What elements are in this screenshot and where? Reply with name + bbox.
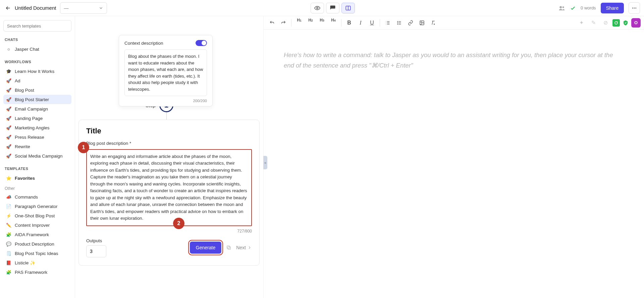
svg-point-16 <box>397 21 398 22</box>
svg-point-7 <box>635 7 636 8</box>
favorites-item[interactable]: ⭐ Favorites <box>3 173 71 183</box>
grammarly-icon[interactable] <box>612 19 620 27</box>
clear-format-button[interactable] <box>428 18 438 28</box>
h3-button[interactable]: H3 <box>317 18 327 28</box>
callout-1: 1 <box>78 142 89 153</box>
chat-icon <box>330 5 336 11</box>
sidebar-item-label: Ad <box>15 78 20 83</box>
user-avatar[interactable]: O <box>631 18 641 28</box>
sidebar-item[interactable]: 🚀Blog Post <box>3 85 71 95</box>
eye-icon <box>314 5 320 11</box>
rocket-icon: 🚀 <box>6 153 11 159</box>
checkmark-icon <box>570 5 576 11</box>
rocket-icon: 🎓 <box>6 69 11 74</box>
sidebar-item[interactable]: 🗒️Blog Post Topic Ideas <box>3 249 71 258</box>
bold-button[interactable]: B <box>344 18 354 28</box>
collaborators-icon[interactable] <box>558 5 565 11</box>
editor-body[interactable]: « Here's how to write a command: talk to… <box>264 30 644 298</box>
copy-icon[interactable] <box>226 245 231 250</box>
sidebar-item[interactable]: 🧩AIDA Framework <box>3 230 71 239</box>
ordered-list-icon <box>385 20 390 26</box>
section-templates: TEMPLATES <box>5 167 71 171</box>
title-heading: Title <box>86 127 252 135</box>
italic-button[interactable]: I <box>356 18 366 28</box>
sidebar-item-label: Rewrite <box>15 144 30 149</box>
collapse-handle[interactable]: « <box>263 156 267 169</box>
context-toggle[interactable] <box>196 40 207 46</box>
sidebar-item[interactable]: 🚀Press Release <box>3 132 71 142</box>
chat-button[interactable] <box>326 3 339 13</box>
template-icon: 🧩 <box>6 269 11 275</box>
cancel-button[interactable]: ⊘ <box>600 18 610 28</box>
underline-button[interactable]: U <box>367 18 377 28</box>
undo-icon <box>269 20 275 26</box>
sidebar-item[interactable]: 🚀Blog Post Starter <box>3 95 71 104</box>
rocket-icon: 🚀 <box>6 97 11 102</box>
template-icon: 📣 <box>6 194 11 200</box>
sidebar-item[interactable]: 📄Paragraph Generator <box>3 202 71 211</box>
callout-2: 2 <box>173 218 184 229</box>
more-button[interactable] <box>629 2 640 14</box>
sidebar-item-label: One-Shot Blog Post <box>15 213 55 218</box>
rocket-icon: 🚀 <box>6 125 11 130</box>
ordered-list-button[interactable] <box>383 18 393 28</box>
section-workflows: WORKFLOWS <box>5 60 71 64</box>
unordered-list-button[interactable] <box>394 18 404 28</box>
sidebar-item-label: Product Description <box>15 242 54 247</box>
h4-button[interactable]: H4 <box>328 18 338 28</box>
redo-button[interactable] <box>278 18 288 28</box>
sidebar-item[interactable]: 🎓Learn How It Works <box>3 67 71 76</box>
sidebar-item[interactable]: 🚀Email Campaign <box>3 104 71 114</box>
outputs-input[interactable] <box>86 245 106 257</box>
back-button[interactable] <box>4 4 12 12</box>
sidebar-item-label: Content Improver <box>15 223 50 228</box>
sidebar-item-label: Email Campaign <box>15 107 48 112</box>
sidebar-item[interactable]: 📣Commands <box>3 192 71 202</box>
view-mode-group <box>311 3 355 13</box>
image-icon <box>419 20 425 26</box>
sidebar-item-label: Learn How It Works <box>15 69 54 74</box>
template-icon: 🗒️ <box>6 251 11 256</box>
rocket-icon: 🚀 <box>6 78 11 83</box>
split-view-button[interactable] <box>341 3 355 13</box>
svg-point-17 <box>397 23 398 23</box>
undo-button[interactable] <box>267 18 277 28</box>
pen-button[interactable]: ✎ <box>588 18 598 28</box>
sidebar-item[interactable]: 📕Listicle ✨ <box>3 258 71 267</box>
context-title: Context description <box>124 41 163 46</box>
rocket-icon: 🚀 <box>6 87 11 93</box>
sidebar-item[interactable]: ○Jasper Chat <box>3 44 71 54</box>
template-select[interactable]: — <box>60 2 107 14</box>
context-textarea[interactable]: Blog about the phases of the moon. I wan… <box>124 49 207 96</box>
image-button[interactable] <box>417 18 427 28</box>
share-button[interactable]: Share <box>601 3 624 13</box>
sidebar-item[interactable]: 💬Product Description <box>3 239 71 249</box>
next-button[interactable]: Next <box>236 245 252 250</box>
svg-point-3 <box>559 6 562 8</box>
template-icon: 💬 <box>6 241 11 247</box>
outputs-label: Outputs <box>86 238 106 243</box>
wand-button[interactable]: ✦ <box>576 18 586 28</box>
sidebar-item[interactable]: 🚀Rewrite <box>3 142 71 151</box>
h2-button[interactable]: H2 <box>306 18 316 28</box>
generate-button[interactable]: Generate <box>190 242 221 254</box>
sidebar-item[interactable]: 🚀Marketing Angles <box>3 123 71 132</box>
sidebar-item[interactable]: 🚀Landing Page <box>3 114 71 123</box>
search-templates-input[interactable] <box>3 20 71 32</box>
preview-button[interactable] <box>311 3 324 13</box>
dots-icon <box>632 5 637 11</box>
shield-icon[interactable] <box>622 19 629 27</box>
sidebar-item[interactable]: 🚀Social Media Campaign <box>3 151 71 161</box>
doc-title[interactable]: Untitled Document <box>15 5 56 11</box>
sidebar-item[interactable]: 🚀Ad <box>3 76 71 85</box>
chat-circle-icon: ○ <box>6 46 11 52</box>
desc-textarea[interactable]: Write an engaging and informative articl… <box>86 149 252 226</box>
sidebar-item[interactable]: 🧩PAS Framework <box>3 267 71 277</box>
h1-button[interactable]: H1 <box>294 18 304 28</box>
link-button[interactable] <box>406 18 416 28</box>
sidebar-item[interactable]: ⚡One-Shot Blog Post <box>3 211 71 220</box>
unordered-list-icon <box>396 20 402 26</box>
sidebar-item-label: Commands <box>15 195 38 200</box>
sidebar-item[interactable]: ✏️Content Improver <box>3 220 71 230</box>
next-label: Next <box>236 245 246 250</box>
